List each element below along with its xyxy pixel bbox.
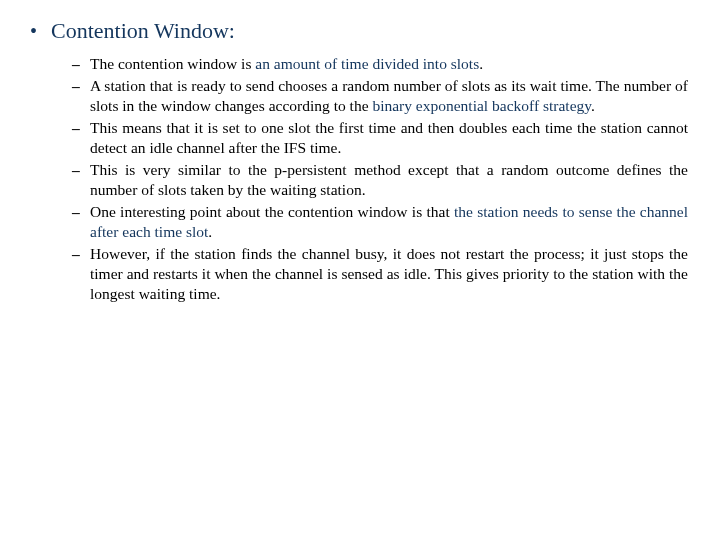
text-pre: This is very similar to the p-persistent… <box>90 161 688 198</box>
text-pre: This means that it is set to one slot th… <box>90 119 688 156</box>
list-item: – However, if the station finds the chan… <box>72 244 688 304</box>
text-post: . <box>479 55 483 72</box>
dash-icon: – <box>72 118 90 138</box>
text-pre: However, if the station finds the channe… <box>90 245 688 302</box>
bullet-body: However, if the station finds the channe… <box>90 244 688 304</box>
dash-icon: – <box>72 54 90 74</box>
text-pre: The contention window is <box>90 55 255 72</box>
text-highlight: an amount of time divided into slots <box>255 55 479 72</box>
bullet-body: One interesting point about the contenti… <box>90 202 688 242</box>
list-item: – This is very similar to the p-persiste… <box>72 160 688 200</box>
list-item: – This means that it is set to one slot … <box>72 118 688 158</box>
dash-icon: – <box>72 160 90 180</box>
title-row: • Contention Window: <box>28 18 692 44</box>
sub-bullet-list: – The contention window is an amount of … <box>72 54 688 304</box>
bullet-body: This means that it is set to one slot th… <box>90 118 688 158</box>
text-post: . <box>208 223 212 240</box>
slide: • Contention Window: – The contention wi… <box>0 0 720 540</box>
list-item: – The contention window is an amount of … <box>72 54 688 74</box>
text-highlight: binary exponential backoff strategy <box>372 97 591 114</box>
bullet-body: The contention window is an amount of ti… <box>90 54 688 74</box>
slide-title: Contention Window: <box>51 18 235 44</box>
list-item: – A station that is ready to send choose… <box>72 76 688 116</box>
list-item: – One interesting point about the conten… <box>72 202 688 242</box>
bullet-dot-icon: • <box>30 18 37 44</box>
text-pre: One interesting point about the contenti… <box>90 203 454 220</box>
bullet-body: This is very similar to the p-persistent… <box>90 160 688 200</box>
text-post: . <box>591 97 595 114</box>
dash-icon: – <box>72 76 90 96</box>
bullet-body: A station that is ready to send chooses … <box>90 76 688 116</box>
dash-icon: – <box>72 202 90 222</box>
dash-icon: – <box>72 244 90 264</box>
